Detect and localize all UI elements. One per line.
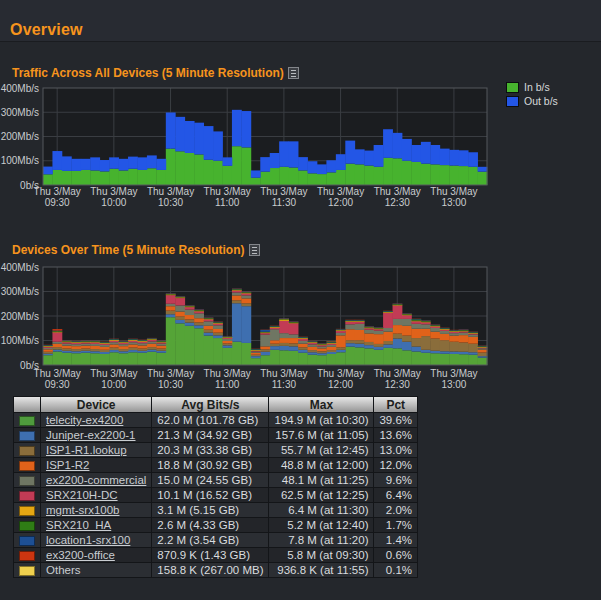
device-link[interactable]: SRX210H-DC [46, 489, 118, 501]
legend-label: Out b/s [524, 95, 558, 107]
pct-cell: 1.4% [374, 533, 417, 547]
column-header-swatch [14, 397, 40, 412]
max-bits-cell: 55.7 M (at 12:45) [269, 443, 373, 457]
device-color-swatch [19, 446, 35, 456]
max-bits-cell: 7.8 M (at 11:20) [269, 533, 373, 547]
x-axis-label: 09:30 [45, 197, 70, 208]
x-axis-label: Thu 3/May [90, 186, 137, 197]
pct-cell: 0.6% [374, 548, 417, 562]
device-name-cell: SRX210_HA [41, 518, 151, 532]
max-bits-cell: 48.8 M (at 12:00) [269, 458, 373, 472]
device-color-swatch [19, 566, 35, 576]
x-axis-label: Thu 3/May [204, 186, 251, 197]
device-link[interactable]: ex3200-office [46, 549, 115, 561]
device-name-cell: ex2200-commercial [41, 473, 151, 487]
y-axis-label: 100Mb/s [1, 155, 39, 166]
avg-bits-cell: 2.6 M (4.33 GB) [152, 518, 268, 532]
x-axis-label: Thu 3/May [374, 368, 421, 379]
x-axis-label: 10:00 [101, 197, 126, 208]
device-link[interactable]: ISP1-R1.lookup [46, 444, 127, 456]
max-bits-cell: 5.2 M (at 12:40) [269, 518, 373, 532]
pct-cell: 39.6% [374, 413, 417, 427]
device-name-cell: telecity-ex4200 [41, 413, 151, 427]
x-axis-label: Thu 3/May [430, 368, 477, 379]
avg-bits-cell: 18.8 M (30.92 GB) [152, 458, 268, 472]
pct-cell: 13.6% [374, 428, 417, 442]
device-color-swatch [19, 461, 35, 471]
report-icon[interactable] [249, 244, 260, 256]
device-color-swatch-cell [14, 473, 40, 487]
device-link[interactable]: ex2200-commercial [46, 474, 146, 486]
avg-bits-cell: 870.9 K (1.43 GB) [152, 548, 268, 562]
x-axis-label: Thu 3/May [374, 186, 421, 197]
device-color-swatch-cell [14, 488, 40, 502]
device-color-swatch [19, 506, 35, 516]
avg-bits-cell: 15.0 M (24.55 GB) [152, 473, 268, 487]
device-name-cell: ISP1-R2 [41, 458, 151, 472]
avg-bits-cell: 21.3 M (34.92 GB) [152, 428, 268, 442]
device-name-cell: ISP1-R1.lookup [41, 443, 151, 457]
table-row: ex3200-office870.9 K (1.43 GB)5.8 M (at … [14, 548, 417, 562]
device-name-cell: mgmt-srx100b [41, 503, 151, 517]
max-bits-cell: 936.8 K (at 11:55) [269, 563, 373, 577]
x-axis-label: 10:30 [158, 197, 183, 208]
y-axis-label: 400Mb/s [1, 84, 39, 94]
x-axis-label: Thu 3/May [317, 368, 364, 379]
device-name-cell: location1-srx100 [41, 533, 151, 547]
x-axis-label: 11:00 [215, 379, 240, 390]
device-link[interactable]: telecity-ex4200 [46, 414, 123, 426]
x-axis-label: 12:00 [328, 197, 353, 208]
x-axis-label: 10:30 [158, 379, 183, 390]
x-axis-label: 09:30 [45, 379, 70, 390]
table-row: ISP1-R218.8 M (30.92 GB)48.8 M (at 12:00… [14, 458, 417, 472]
device-color-swatch [19, 416, 35, 426]
x-axis-label: 10:00 [101, 379, 126, 390]
pct-cell: 13.0% [374, 443, 417, 457]
x-axis-label: Thu 3/May [147, 186, 194, 197]
device-color-swatch-cell [14, 548, 40, 562]
top-header-band: Overview [0, 0, 601, 42]
pct-cell: 12.0% [374, 458, 417, 472]
device-link[interactable]: Juniper-ex2200-1 [46, 429, 136, 441]
x-axis-label: 12:30 [385, 197, 410, 208]
table-row: location1-srx1002.2 M (3.54 GB)7.8 M (at… [14, 533, 417, 547]
y-axis-label: 300Mb/s [1, 107, 39, 118]
device-link[interactable]: SRX210_HA [46, 519, 111, 531]
column-header-avg-bits-s: Avg Bits/s [152, 397, 268, 412]
device-link[interactable]: location1-srx100 [46, 534, 130, 546]
device-color-swatch-cell [14, 503, 40, 517]
device-color-swatch [19, 521, 35, 531]
table-row: Others158.8 K (267.00 MB)936.8 K (at 11:… [14, 563, 417, 577]
legend-swatch [506, 82, 519, 93]
device-link[interactable]: mgmt-srx100b [46, 504, 120, 516]
traffic-chart-title: Traffic Across All Devices (5 Minute Res… [12, 66, 284, 80]
legend-label: In b/s [524, 81, 550, 93]
x-axis-label: 11:30 [272, 379, 297, 390]
x-axis-label: Thu 3/May [430, 186, 477, 197]
x-axis-label: 12:00 [328, 379, 353, 390]
device-stats-table: DeviceAvg Bits/sMaxPct telecity-ex420062… [13, 396, 418, 578]
traffic-chart-legend: In b/sOut b/s [506, 81, 558, 109]
max-bits-cell: 48.1 M (at 11:25) [269, 473, 373, 487]
table-row: ex2200-commercial15.0 M (24.55 GB)48.1 M… [14, 473, 417, 487]
device-color-swatch [19, 491, 35, 501]
device-color-swatch [19, 551, 35, 561]
legend-item: Out b/s [506, 95, 558, 107]
pct-cell: 6.4% [374, 488, 417, 502]
device-color-swatch-cell [14, 563, 40, 577]
x-axis-label: Thu 3/May [317, 186, 364, 197]
y-axis-label: 200Mb/s [1, 131, 39, 142]
column-header-max: Max [269, 397, 373, 412]
section-title-devices: Devices Over Time (5 Minute Resolution) [12, 243, 260, 257]
x-axis-label: Thu 3/May [260, 368, 307, 379]
device-link[interactable]: ISP1-R2 [46, 459, 89, 471]
pct-cell: 0.1% [374, 563, 417, 577]
device-color-swatch-cell [14, 413, 40, 427]
page-title: Overview [10, 21, 83, 39]
report-icon[interactable] [288, 67, 299, 79]
x-axis-label: Thu 3/May [260, 186, 307, 197]
devices-over-time-chart: 400Mb/s300Mb/s200Mb/s100Mb/s0b/sThu 3/Ma… [0, 259, 601, 394]
device-color-swatch-cell [14, 443, 40, 457]
device-name-cell: Juniper-ex2200-1 [41, 428, 151, 442]
avg-bits-cell: 10.1 M (16.52 GB) [152, 488, 268, 502]
